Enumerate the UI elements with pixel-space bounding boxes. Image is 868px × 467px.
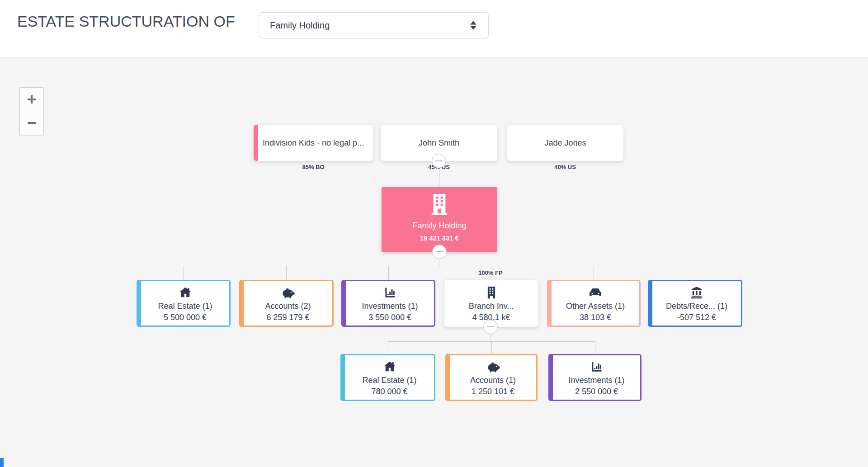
node-other-assets[interactable]: Other Assets (1) 38 103 €: [547, 280, 641, 327]
collapse-handle[interactable]: [432, 245, 447, 259]
connector-line: [594, 266, 594, 280]
node-label: Real Estate (1): [362, 376, 416, 385]
node-value: -507 512 €: [677, 313, 716, 322]
connector-line: [439, 169, 439, 187]
node-label: Indivision Kids - no legal p...: [263, 138, 364, 148]
piggy-bank-icon: [486, 359, 501, 373]
bar-chart-icon: [383, 285, 397, 299]
node-indivision-kids[interactable]: Indivision Kids - no legal p...: [254, 125, 373, 161]
node-value: 780 000 €: [371, 387, 407, 396]
node-label: Family Holding: [412, 221, 466, 231]
page-title: ESTATE STRUCTURATION OF: [17, 13, 235, 30]
node-debts-receivables[interactable]: Debts/Rece... (1) -507 512 €: [648, 280, 742, 327]
node-value: 19 421 331 €: [420, 235, 458, 242]
node-value: 3 550 000 €: [368, 313, 411, 322]
node-label: Investments (1): [568, 376, 624, 385]
app-screen: ESTATE STRUCTURATION OF Family Holding +…: [0, 0, 868, 467]
connector-line: [184, 266, 695, 266]
connector-line: [184, 266, 184, 280]
bar-chart-icon: [590, 359, 604, 373]
piggy-bank-icon: [280, 285, 296, 299]
connector-line: [388, 341, 388, 354]
entity-select-value: Family Holding: [270, 20, 330, 31]
node-label: Other Assets (1): [566, 302, 625, 311]
node-label: Investments (1): [362, 302, 418, 311]
select-arrows-icon: [470, 21, 476, 30]
connector-line: [439, 259, 439, 266]
accent-stripe: [254, 125, 258, 161]
node-value: 2 550 000 €: [575, 387, 618, 396]
minus-icon: [436, 251, 443, 252]
node-real-estate-branch[interactable]: Real Estate (1) 780 000 €: [340, 354, 435, 401]
collapse-handle[interactable]: [432, 154, 446, 168]
connector-line: [491, 341, 492, 354]
collapse-handle[interactable]: [483, 320, 498, 334]
share-label: 85% BO: [302, 164, 324, 170]
building-icon: [429, 193, 450, 217]
connector-line: [286, 266, 287, 280]
landmark-icon: [689, 285, 704, 299]
entity-select[interactable]: Family Holding: [259, 12, 489, 38]
home-icon: [382, 359, 397, 373]
minus-icon: [487, 326, 494, 327]
home-icon: [178, 285, 193, 299]
connector-line: [491, 334, 491, 341]
connector-line: [695, 266, 695, 280]
edge-label: 100% FP: [476, 269, 505, 276]
node-label: John Smith: [419, 138, 459, 148]
zoom-control: + −: [19, 87, 44, 135]
share-label: 40% US: [554, 164, 576, 170]
node-label: Accounts (2): [265, 302, 311, 311]
node-value: 1 250 101 €: [472, 387, 514, 396]
minus-icon: [435, 160, 443, 161]
header-bar: ESTATE STRUCTURATION OF Family Holding: [0, 0, 868, 57]
node-accounts[interactable]: Accounts (2) 6 259 179 €: [239, 280, 334, 327]
node-jade-jones[interactable]: Jade Jones: [507, 125, 623, 161]
car-icon: [588, 285, 603, 299]
zoom-out-button[interactable]: −: [20, 111, 43, 135]
node-investments-branch[interactable]: Investments (1) 2 550 000 €: [548, 354, 642, 401]
node-label: Debts/Rece... (1): [666, 302, 727, 311]
node-value: 6 259 179 €: [266, 313, 309, 322]
building-icon: [486, 285, 497, 299]
node-investments[interactable]: Investments (1) 3 550 000 €: [341, 280, 435, 327]
zoom-in-button[interactable]: +: [20, 88, 43, 111]
node-label: Jade Jones: [544, 138, 586, 148]
node-label: Branch Inv...: [469, 302, 514, 311]
connector-line: [388, 266, 389, 280]
node-label: Accounts (1): [470, 376, 516, 385]
node-value: 38 103 €: [580, 313, 611, 322]
node-label: Real Estate (1): [158, 302, 212, 311]
node-family-holding[interactable]: Family Holding 19 421 331 €: [382, 187, 497, 252]
connector-line: [595, 341, 595, 354]
corner-strip: [0, 458, 4, 467]
node-real-estate[interactable]: Real Estate (1) 5 500 000 €: [137, 280, 231, 327]
node-value: 5 500 000 €: [164, 313, 207, 322]
node-accounts-branch[interactable]: Accounts (1) 1 250 101 €: [445, 354, 538, 401]
